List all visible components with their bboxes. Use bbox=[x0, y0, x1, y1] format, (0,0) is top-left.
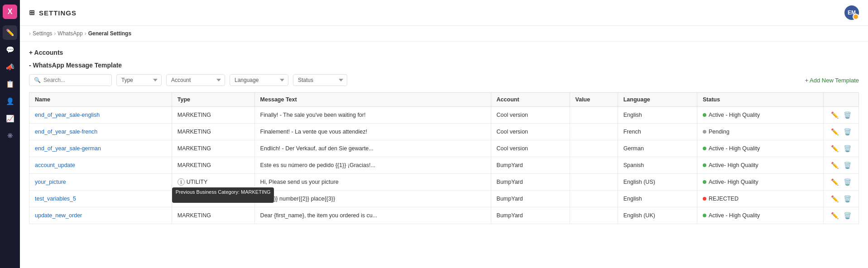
analytics-icon[interactable]: 📈 bbox=[3, 111, 17, 126]
edit-row-button[interactable]: ✏️ bbox=[829, 177, 840, 187]
templates-table: Name Type Message Text Account Value Lan… bbox=[29, 92, 859, 224]
edit-icon[interactable]: ✏️ bbox=[3, 25, 17, 40]
col-value: Value bbox=[570, 93, 618, 107]
search-icon: 🔍 bbox=[34, 77, 41, 83]
cell-name: account_update bbox=[29, 157, 172, 174]
col-type: Type bbox=[172, 93, 254, 107]
title-text: SETTINGS bbox=[39, 9, 77, 17]
delete-row-button[interactable]: 🗑️ bbox=[842, 144, 853, 153]
cell-value bbox=[570, 191, 618, 207]
cell-value bbox=[570, 174, 618, 191]
col-name: Name bbox=[29, 93, 172, 107]
edit-row-button[interactable]: ✏️ bbox=[829, 110, 840, 120]
cell-account: BumpYard bbox=[491, 174, 570, 191]
status-dot bbox=[703, 163, 706, 167]
cell-value bbox=[570, 207, 618, 224]
cell-name: end_of_year_sale-french bbox=[29, 124, 172, 140]
table-row: your_picture ℹUTILITY Previous Business … bbox=[29, 174, 859, 191]
cell-actions: ✏️ 🗑️ bbox=[823, 207, 858, 224]
cell-actions: ✏️ 🗑️ bbox=[823, 174, 858, 191]
breadcrumb-whatsapp[interactable]: WhatsApp bbox=[58, 30, 82, 37]
cell-language: German bbox=[618, 140, 697, 157]
cell-value bbox=[570, 140, 618, 157]
delete-row-button[interactable]: 🗑️ bbox=[842, 110, 853, 120]
breadcrumb-settings[interactable]: Settings bbox=[33, 30, 52, 37]
edit-row-button[interactable]: ✏️ bbox=[829, 211, 840, 220]
edit-row-button[interactable]: ✏️ bbox=[829, 127, 840, 136]
cell-message: Endlich! - Der Verkauf, auf den Sie gewa… bbox=[254, 140, 491, 157]
clipboard-icon[interactable]: 📋 bbox=[3, 77, 17, 91]
type-filter[interactable]: Type bbox=[116, 74, 162, 86]
cell-type: MARKETING bbox=[172, 140, 254, 157]
cell-account: BumpYard bbox=[491, 207, 570, 224]
col-status: Status bbox=[697, 93, 823, 107]
edit-row-button[interactable]: ✏️ bbox=[829, 194, 840, 203]
header: ⊞ SETTINGS EM bbox=[20, 0, 868, 26]
cell-type: MARKETING bbox=[172, 107, 254, 124]
col-language: Language bbox=[618, 93, 697, 107]
table-row: end_of_year_sale-english MARKETING Final… bbox=[29, 107, 859, 124]
cell-language: Spanish bbox=[618, 157, 697, 174]
edit-row-button[interactable]: ✏️ bbox=[829, 144, 840, 153]
cell-language: English (US) bbox=[618, 174, 697, 191]
language-filter[interactable]: Language bbox=[230, 74, 288, 86]
cell-message: Hi, Please send us your picture bbox=[254, 174, 491, 191]
add-template-button[interactable]: + Add New Template bbox=[805, 77, 859, 84]
tooltip-badge: Previous Business Category: MARKETING bbox=[172, 187, 274, 203]
info-icon[interactable]: ℹ bbox=[177, 178, 185, 186]
table-row: end_of_year_sale-german MARKETING Endlic… bbox=[29, 140, 859, 157]
cell-language: French bbox=[618, 124, 697, 140]
cell-status: Pending bbox=[697, 124, 823, 140]
status-dot bbox=[703, 130, 706, 134]
cell-name: end_of_year_sale-german bbox=[29, 140, 172, 157]
cell-account: BumpYard bbox=[491, 191, 570, 207]
status-filter[interactable]: Status bbox=[293, 74, 347, 86]
delete-row-button[interactable]: 🗑️ bbox=[842, 211, 853, 220]
cell-message: Finally! - The sale you've been waiting … bbox=[254, 107, 491, 124]
cell-status: Active - High Quality bbox=[697, 107, 823, 124]
search-input[interactable] bbox=[43, 77, 107, 83]
edit-row-button[interactable]: ✏️ bbox=[829, 161, 840, 170]
integrations-icon[interactable]: ❋ bbox=[3, 129, 17, 143]
status-dot bbox=[703, 147, 706, 150]
status-dot bbox=[703, 214, 706, 217]
cell-language: English bbox=[618, 107, 697, 124]
delete-row-button[interactable]: 🗑️ bbox=[842, 194, 853, 203]
col-actions bbox=[823, 93, 858, 107]
cell-message: Hi {{1}} number{{2}} place{{3}} bbox=[254, 191, 491, 207]
cell-message: Este es su número de pedido {{1}} ¡Graci… bbox=[254, 157, 491, 174]
delete-row-button[interactable]: 🗑️ bbox=[842, 177, 853, 187]
announce-icon[interactable]: 📣 bbox=[3, 60, 17, 74]
templates-section-header[interactable]: - WhatsApp Message Template bbox=[29, 62, 859, 69]
cell-actions: ✏️ 🗑️ bbox=[823, 124, 858, 140]
user-icon[interactable]: 👤 bbox=[3, 94, 17, 109]
cell-status: REJECTED bbox=[697, 191, 823, 207]
cell-actions: ✏️ 🗑️ bbox=[823, 157, 858, 174]
accounts-section-header[interactable]: + Accounts bbox=[29, 49, 859, 56]
toolbar: 🔍 Type Account Language Status + Add New… bbox=[29, 74, 859, 86]
cell-account: Cool version bbox=[491, 140, 570, 157]
cell-value bbox=[570, 124, 618, 140]
table-row: account_update MARKETING Este es su núme… bbox=[29, 157, 859, 174]
cell-name: end_of_year_sale-english bbox=[29, 107, 172, 124]
chat-icon[interactable]: 💬 bbox=[3, 43, 17, 57]
status-dot bbox=[703, 113, 706, 117]
cell-account: BumpYard bbox=[491, 157, 570, 174]
page-title: ⊞ SETTINGS bbox=[29, 9, 77, 17]
cell-type: MARKETING bbox=[172, 157, 254, 174]
breadcrumb: › Settings › WhatsApp › General Settings bbox=[20, 26, 868, 42]
cell-status: Active- High Quality bbox=[697, 157, 823, 174]
delete-row-button[interactable]: 🗑️ bbox=[842, 161, 853, 170]
delete-row-button[interactable]: 🗑️ bbox=[842, 127, 853, 136]
sidebar: X ✏️ 💬 📣 📋 👤 📈 ❋ bbox=[0, 0, 20, 268]
cell-type: MARKETING bbox=[172, 207, 254, 224]
account-filter[interactable]: Account bbox=[166, 74, 225, 86]
cell-actions: ✏️ 🗑️ bbox=[823, 140, 858, 157]
cell-actions: ✏️ 🗑️ bbox=[823, 191, 858, 207]
cell-name: test_variables_5 bbox=[29, 191, 172, 207]
user-avatar[interactable]: EM bbox=[844, 5, 859, 20]
status-dot bbox=[703, 197, 706, 201]
cell-value bbox=[570, 157, 618, 174]
cell-account: Cool version bbox=[491, 107, 570, 124]
search-box[interactable]: 🔍 bbox=[29, 74, 112, 86]
